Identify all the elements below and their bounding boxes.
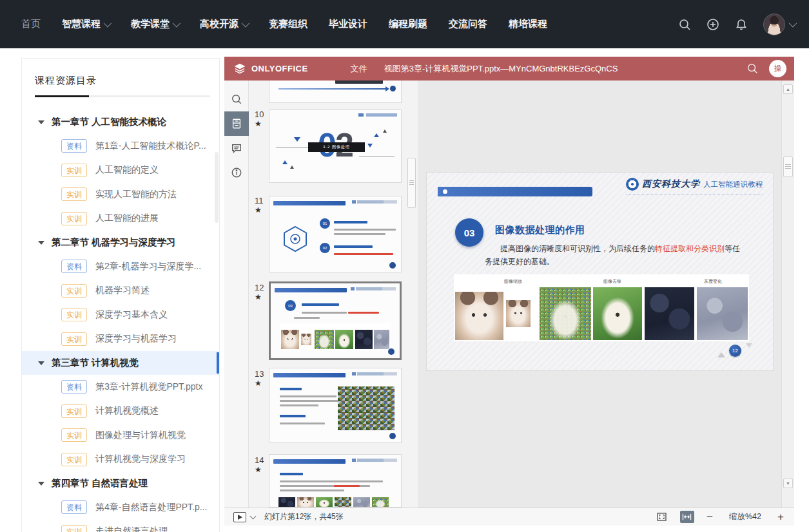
fit-slide-button[interactable] <box>655 511 669 523</box>
canvas-scrollbar[interactable]: ▲ ▼ <box>781 81 794 508</box>
slide-page-indicator: 12 <box>715 342 754 361</box>
nav-item-premium-courses[interactable]: 精培课程 <box>509 18 547 30</box>
comments-button[interactable] <box>224 136 249 160</box>
avatar <box>763 14 785 35</box>
training-badge: 实训 <box>61 284 87 298</box>
resource-item[interactable]: 资料第2章-机器学习与深度学... <box>22 254 219 279</box>
resource-item[interactable]: 实训图像处理与计算机视觉 <box>22 423 219 448</box>
slide-thumbnail-10[interactable]: 02 3.2 图像处理 <box>269 109 402 183</box>
training-badge: 实训 <box>61 164 87 177</box>
thumbnail-scrollbar[interactable] <box>407 158 416 208</box>
thumbnails-button[interactable] <box>224 111 249 136</box>
fit-width-button[interactable] <box>680 511 694 523</box>
menu-file[interactable]: 文件 <box>351 63 367 75</box>
thumbnail-number: 12 <box>255 283 269 292</box>
resource-item[interactable]: 实训机器学习简述 <box>22 279 219 303</box>
slide-thumbnail-13[interactable] <box>269 368 402 443</box>
about-button[interactable] <box>224 160 249 185</box>
transition-star-icon: ★ <box>255 292 262 301</box>
menu-view[interactable]: 视图 <box>384 63 401 75</box>
resource-item[interactable]: 资料第4章-自然语言处理PPT.p... <box>22 495 219 520</box>
search-icon[interactable] <box>678 18 691 31</box>
search-icon[interactable] <box>746 62 758 74</box>
transition-star-icon: ★ <box>255 205 262 214</box>
university-name: 西安科技大学 <box>642 178 700 190</box>
slideshow-options-chevron[interactable] <box>250 513 257 519</box>
scrollbar-thumb[interactable] <box>783 157 793 177</box>
slide-thumbnail-12-selected[interactable]: 03 <box>269 281 402 360</box>
material-badge: 资料 <box>61 260 87 273</box>
slide-thumbnail-9-partial[interactable] <box>269 81 402 103</box>
resource-item[interactable]: 实训实现人工智能的方法 <box>22 182 219 207</box>
slide-title: 图像数据处理的作用 <box>495 224 585 236</box>
document-title: 第3章-计算机视觉PPT.pptx—MYnCMGnbtRKBEzGcQnCS <box>401 63 618 75</box>
course-resource-panel: 课程资源目录 第一章节 人工智能技术概论 资料第1章-人工智能技术概论P... … <box>21 58 220 532</box>
rock-image-light <box>697 287 748 340</box>
slide-thumbnail-11[interactable]: 01 02 <box>269 196 402 272</box>
bell-icon[interactable] <box>735 18 748 31</box>
nav-item-teaching[interactable]: 教学课堂 <box>131 18 179 30</box>
brand-label: ONLYOFFICE <box>251 64 308 73</box>
training-badge: 实训 <box>61 453 87 466</box>
training-badge: 实训 <box>61 212 87 225</box>
resource-item[interactable]: 实训走进自然语言处理 <box>22 520 219 532</box>
material-badge: 资料 <box>61 500 87 514</box>
user-menu[interactable] <box>763 14 795 35</box>
chapter-row-3-active[interactable]: 第三章节 计算机视觉 <box>22 351 219 375</box>
tab-underline <box>35 95 210 97</box>
thumbnail-number: 14 <box>255 455 269 465</box>
training-badge: 实训 <box>61 404 87 418</box>
slide-thumbnail-14-partial[interactable] <box>269 454 402 508</box>
nav-item-smart-courses[interactable]: 智慧课程 <box>62 18 110 30</box>
triangle-decoration <box>746 343 752 348</box>
scroll-down-button[interactable]: ▼ <box>783 479 793 488</box>
material-badge: 资料 <box>61 139 87 153</box>
chevron-down-icon <box>242 19 250 28</box>
top-navigation: 首页 智慧课程 教学课堂 高校开源 竞赛组织 毕业设计 编程刷题 交流问答 精培… <box>0 0 809 48</box>
rock-image-dark <box>645 287 694 340</box>
thumbnail-number: 11 <box>255 196 269 205</box>
nav-item-opensource[interactable]: 高校开源 <box>200 18 248 30</box>
section-band-label: 3.2 图像处理 <box>308 142 365 152</box>
resource-item[interactable]: 资料第1章-人工智能技术概论P... <box>22 134 219 158</box>
resource-item[interactable]: 实训深度学习与机器学习 <box>22 327 219 352</box>
slide-header-bar <box>438 187 592 196</box>
course-tree: 第一章节 人工智能技术概论 资料第1章-人工智能技术概论P... 实训人工智能的… <box>22 97 219 532</box>
sidebar-scrollbar[interactable] <box>215 152 219 223</box>
image-label-scaling: 图像缩放 <box>504 278 522 285</box>
university-logo-row: 西安科技大学 人工智能通识教程 <box>626 178 763 195</box>
find-button[interactable] <box>224 87 249 111</box>
nav-item-coding-practice[interactable]: 编程刷题 <box>389 18 427 30</box>
resource-item[interactable]: 实训人工智能的定义 <box>22 158 219 183</box>
slide-canvas[interactable]: 西安科技大学 人工智能通识教程 03 图像数据处理的作用 提高图像的清晰度和可识… <box>418 81 781 508</box>
chapter-row-1[interactable]: 第一章节 人工智能技术概论 <box>22 110 219 134</box>
nav-menu: 首页 智慧课程 教学课堂 高校开源 竞赛组织 毕业设计 编程刷题 交流问答 精培… <box>21 18 547 30</box>
resource-item[interactable]: 实训计算机视觉概述 <box>22 399 219 424</box>
training-badge: 实训 <box>61 525 87 532</box>
chapter-row-4[interactable]: 第四章节 自然语言处理 <box>22 471 219 495</box>
start-slideshow-button[interactable] <box>233 512 246 522</box>
nav-item-competitions[interactable]: 竞赛组织 <box>269 18 307 30</box>
chevron-down-icon <box>789 19 797 28</box>
chevron-down-icon <box>173 19 181 28</box>
scroll-up-button[interactable]: ▲ <box>783 84 793 94</box>
add-icon[interactable] <box>707 18 719 31</box>
zoom-out-button[interactable]: − <box>705 511 714 522</box>
viewer-user-badge[interactable]: 操 <box>769 60 786 77</box>
training-badge: 实训 <box>61 332 87 346</box>
material-badge: 资料 <box>61 380 87 394</box>
caret-down-icon <box>38 241 44 245</box>
viewer-status-bar: 幻灯片第12张，共45张 − 缩放%42 + <box>224 508 794 526</box>
nav-item-graduation[interactable]: 毕业设计 <box>329 18 367 30</box>
resource-item[interactable]: 实训深度学习基本含义 <box>22 303 219 327</box>
resource-item[interactable]: 实训人工智能的进展 <box>22 207 219 231</box>
zoom-in-button[interactable]: + <box>776 511 785 522</box>
slide-thumbnail-panel: 10 ★ 02 3.2 图像处理 11 ★ <box>249 81 418 508</box>
nav-item-home[interactable]: 首页 <box>21 18 41 30</box>
resource-item-current[interactable]: 资料第3章-计算机视觉PPT.pptx <box>22 375 219 399</box>
caret-down-icon <box>38 361 44 365</box>
resource-item[interactable]: 实训计算机视觉与深度学习 <box>22 448 219 472</box>
nav-item-qa[interactable]: 交流问答 <box>449 18 487 30</box>
chapter-row-2[interactable]: 第二章节 机器学习与深度学习 <box>22 231 219 254</box>
training-badge: 实训 <box>61 187 87 201</box>
